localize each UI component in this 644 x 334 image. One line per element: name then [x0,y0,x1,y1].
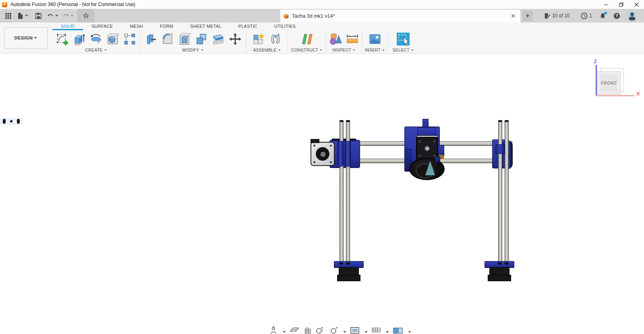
inspect-group-dropdown[interactable]: INSPECT [332,48,355,53]
create-sketch-icon[interactable] [55,31,70,46]
document-tab-title: Tacha 3d mk1 v14* [292,13,335,19]
fusion360-window: F Autodesk Fusion 360 (Personal - Not fo… [0,0,644,334]
left-foot-base[interactable] [337,275,360,281]
modify-group-dropdown[interactable]: MODIFY [182,48,203,53]
redo-button[interactable] [61,9,75,23]
fillet-icon[interactable] [160,31,175,46]
viewports-caret-icon[interactable] [408,331,411,333]
insert-caret-icon [382,50,385,51]
construction-plane-icon[interactable] [299,31,314,46]
left-foot-motor[interactable] [339,267,359,276]
job-status-text: 10 of 10 [552,13,569,19]
grid-caret-icon[interactable] [386,331,389,333]
minimize-button[interactable] [598,0,613,9]
inspect-group-label: INSPECT [332,48,351,52]
home-view-button[interactable] [77,9,94,23]
modify-group-label: MODIFY [182,48,199,52]
save-button[interactable] [33,9,43,23]
title-bar: F Autodesk Fusion 360 (Personal - Not fo… [0,0,644,9]
assemble-group-dropdown[interactable]: ASSEMBLE [253,48,280,53]
svg-text:?: ? [615,14,618,18]
notifications-button[interactable] [599,12,606,19]
navigation-bar [269,326,411,334]
tab-close-icon[interactable]: ✕ [509,12,517,20]
construct-group-dropdown[interactable]: CONSTRUCT [291,48,323,53]
zoom-icon[interactable] [315,326,325,334]
right-rod-front[interactable] [498,120,502,278]
left-bracket-top-edge [332,139,356,141]
fan-mount-tab [435,156,440,163]
select-group-label: SELECT [392,48,409,52]
insert-image-icon[interactable] [367,31,382,46]
clock-button[interactable]: 1 [581,12,592,19]
notification-count: 1 [589,13,592,19]
assemble-group-label: ASSEMBLE [253,48,276,52]
create-caret-icon [104,50,107,51]
right-foot-motor[interactable] [489,267,509,276]
motor-pulley [316,147,329,161]
help-icon: ? [613,12,620,19]
construct-caret-icon [320,50,322,51]
press-pull-icon[interactable] [143,31,158,46]
construct-group-label: CONSTRUCT [291,48,319,52]
job-status-icon [544,12,551,19]
fusion360-logo-icon: F [2,2,7,7]
grid-and-snaps-icon[interactable] [371,326,381,334]
combine-icon[interactable] [194,31,209,46]
quick-access-toolbar: Tacha 3d mk1 v14* ✕ + 10 of 10 1 ? [0,9,644,23]
3d-model-printer-frame[interactable] [0,54,644,334]
select-window-icon[interactable] [396,31,410,46]
fit-caret-icon[interactable] [343,331,346,333]
redo-caret-icon [70,15,74,17]
look-at-icon[interactable] [290,326,299,334]
ribbon: DESIGN SOLID SURFACE MESH FORM SHEET MET… [0,23,644,54]
split-body-icon[interactable] [211,31,226,46]
revolve-icon[interactable] [89,31,104,46]
display-settings-icon[interactable] [350,326,360,334]
insert-group-label: INSERT [365,48,381,52]
clock-icon [581,12,588,19]
move-copy-icon[interactable] [228,31,242,46]
orbit-caret-icon[interactable] [283,331,286,333]
profile-avatar[interactable] [627,11,637,21]
viewports-icon[interactable] [393,326,403,334]
right-foot-base[interactable] [488,275,511,281]
app-grid-icon[interactable] [3,9,13,23]
joint-icon[interactable] [268,31,283,46]
right-rod-back[interactable] [505,120,509,278]
hole-icon[interactable] [106,31,120,46]
window-title: Autodesk Fusion 360 (Personal - Not for … [10,2,135,7]
right-rod-collar[interactable] [495,144,505,154]
inspect-caret-icon [353,50,355,51]
orbit-icon[interactable] [269,326,278,334]
select-group-dropdown[interactable]: SELECT [392,48,413,53]
create-group-dropdown[interactable]: CREATE [85,48,106,53]
new-tab-button[interactable]: + [522,10,533,21]
analysis-primitives-icon[interactable] [328,31,343,46]
new-component-icon[interactable] [251,31,266,46]
shell-icon[interactable] [177,31,192,46]
pan-icon[interactable] [303,326,312,334]
measure-icon[interactable] [345,31,360,46]
fit-icon[interactable] [329,326,338,334]
display-settings-caret-icon[interactable] [364,331,368,333]
help-button[interactable]: ? [613,12,620,19]
design-cube-icon [283,13,289,19]
file-menu-caret-icon [25,15,28,17]
job-status-button[interactable]: 10 of 10 [544,12,569,19]
close-button[interactable] [629,0,644,9]
undo-caret-icon [55,15,58,17]
create-group-label: CREATE [85,48,102,52]
select-caret-icon [411,50,414,51]
file-menu-button[interactable] [16,9,29,23]
left-stepper-motor[interactable] [311,142,335,166]
extrude-icon[interactable] [72,31,87,46]
rectangular-pattern-icon[interactable] [122,31,137,46]
document-tab[interactable]: Tacha 3d mk1 v14* ✕ [280,10,520,23]
restore-button[interactable] [613,0,629,9]
left-rod-clamp-front[interactable] [338,141,344,167]
viewport-canvas[interactable]: Z FRONT X [0,54,644,334]
undo-button[interactable] [46,9,60,23]
insert-group-dropdown[interactable]: INSERT [365,48,385,53]
left-rod-clamp-back[interactable] [345,141,351,167]
